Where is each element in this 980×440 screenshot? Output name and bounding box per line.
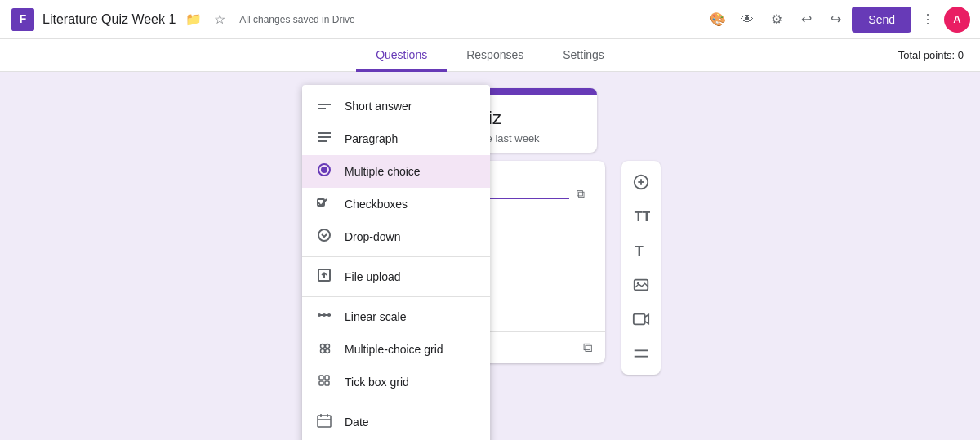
avatar[interactable]: A [944, 7, 970, 33]
menu-item-mc-grid[interactable]: Multiple-choice grid [302, 333, 490, 366]
more-icon[interactable]: ⋮ [915, 7, 941, 33]
add-question-button[interactable] [625, 166, 657, 198]
svg-point-14 [323, 313, 326, 317]
add-video-button[interactable] [625, 303, 657, 336]
menu-label-file-upload: File upload [345, 270, 401, 283]
menu-divider-3 [302, 402, 490, 402]
topbar: F Literature Quiz Week 1 📁 ☆ All changes… [0, 0, 980, 39]
add-section-button[interactable] [625, 337, 657, 370]
svg-point-15 [327, 313, 331, 317]
palette-icon[interactable]: 🎨 [705, 7, 731, 33]
svg-point-10 [318, 229, 330, 241]
right-toolbar: TT T [621, 161, 661, 375]
menu-item-checkboxes[interactable]: Checkboxes [302, 188, 490, 220]
menu-divider-1 [302, 256, 490, 257]
menu-item-tick-grid[interactable]: Tick box grid [302, 366, 490, 398]
preview-icon[interactable]: 👁 [734, 7, 760, 33]
paragraph-icon [315, 129, 333, 149]
add-text-button[interactable]: T [625, 234, 657, 267]
dropdown-icon [315, 227, 333, 247]
tab-responses[interactable]: Responses [447, 40, 543, 72]
multiple-choice-icon [315, 162, 333, 181]
menu-label-paragraph: Paragraph [345, 132, 398, 145]
svg-point-18 [321, 349, 325, 353]
menu-label-tick-grid: Tick box grid [345, 376, 409, 389]
saved-status: All changes saved in Drive [239, 14, 354, 25]
tabbar: Questions Responses Settings Total point… [0, 39, 980, 72]
svg-point-8 [321, 167, 327, 173]
menu-item-date[interactable]: Date [302, 406, 490, 438]
tab-settings[interactable]: Settings [543, 40, 624, 72]
tick-grid-icon [315, 372, 333, 392]
redo-icon[interactable]: ↪ [822, 7, 849, 33]
svg-rect-36 [634, 314, 645, 325]
send-button[interactable]: Send [852, 7, 911, 33]
question-copy-icon[interactable]: ⧉ [569, 182, 592, 205]
svg-point-17 [326, 344, 330, 349]
menu-label-mc-grid: Multiple-choice grid [345, 343, 443, 356]
menu-label-multiple-choice: Multiple choice [345, 165, 421, 178]
add-image-button[interactable] [625, 269, 657, 301]
menu-item-short-answer[interactable]: Short answer [302, 90, 490, 122]
menu-item-dropdown[interactable]: Drop-down [302, 220, 490, 253]
menu-label-dropdown: Drop-down [345, 230, 400, 243]
svg-rect-23 [325, 381, 329, 385]
svg-text:T: T [635, 243, 644, 258]
star-icon[interactable]: ☆ [207, 7, 233, 33]
folder-icon[interactable]: 📁 [180, 7, 207, 33]
short-answer-icon [315, 96, 333, 116]
undo-icon[interactable]: ↩ [793, 7, 819, 33]
svg-rect-22 [319, 381, 323, 385]
svg-text:TT: TT [635, 209, 650, 224]
main-content: Short Literature Quiz Covering books we'… [0, 72, 980, 440]
app-logo: F [10, 7, 36, 33]
copy-answer-icon[interactable]: ⧉ [583, 340, 592, 355]
svg-point-13 [318, 313, 321, 317]
date-icon [315, 412, 333, 432]
menu-label-checkboxes: Checkboxes [345, 198, 408, 211]
svg-point-19 [326, 349, 330, 353]
menu-item-paragraph[interactable]: Paragraph [302, 122, 490, 155]
menu-label-linear-scale: Linear scale [345, 310, 407, 323]
file-upload-icon [315, 267, 333, 287]
linear-scale-icon [315, 307, 333, 327]
settings-icon[interactable]: ⚙ [764, 7, 790, 33]
topbar-actions: 🎨 👁 ⚙ ↩ ↪ Send ⋮ A [705, 7, 970, 33]
menu-item-file-upload[interactable]: File upload [302, 260, 490, 293]
total-points: Total points: 0 [898, 49, 964, 61]
menu-label-date: Date [345, 416, 369, 429]
checkboxes-icon [315, 194, 333, 214]
menu-label-short-answer: Short answer [345, 100, 412, 113]
svg-rect-21 [325, 376, 329, 380]
question-type-menu: Short answer Paragraph Multiple choice [302, 85, 490, 440]
menu-divider-2 [302, 296, 490, 297]
tab-questions[interactable]: Questions [356, 40, 447, 72]
svg-rect-20 [319, 376, 323, 380]
app-title: Literature Quiz Week 1 [42, 12, 176, 27]
menu-item-multiple-choice[interactable]: Multiple choice [302, 155, 490, 188]
svg-rect-24 [318, 416, 331, 427]
menu-item-linear-scale[interactable]: Linear scale [302, 300, 490, 333]
mc-grid-icon [315, 340, 333, 359]
add-title-button[interactable]: TT [625, 200, 657, 233]
svg-point-16 [321, 344, 325, 349]
svg-text:F: F [20, 11, 27, 24]
